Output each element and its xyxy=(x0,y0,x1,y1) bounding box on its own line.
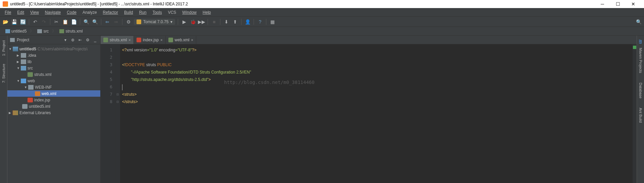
tree-file-web-xml[interactable]: web.xml xyxy=(7,90,100,97)
menu-refactor[interactable]: Refactor xyxy=(100,9,121,16)
xml-file-icon xyxy=(35,91,40,96)
breadcrumb-module[interactable]: untitled5 xyxy=(3,28,29,34)
window-titlebar: untitled5 - [C:\Users\abim\IdeaProjects\… xyxy=(0,0,644,8)
back-icon[interactable]: ⇐ xyxy=(104,18,111,25)
menu-view[interactable]: View xyxy=(28,9,42,16)
jsp-file-icon xyxy=(28,98,33,102)
copy-icon[interactable]: 📋 xyxy=(62,18,68,25)
fold-open-icon[interactable]: ⊟ xyxy=(115,91,120,98)
tree-folder-lib[interactable]: ▶ lib xyxy=(7,58,100,65)
sync-icon[interactable]: 🔄 xyxy=(19,18,26,25)
jsp-file-icon xyxy=(137,38,141,42)
profile-icon[interactable]: 👤 xyxy=(244,18,251,25)
right-tool-rail: m Maven Projects Database Ant Build xyxy=(637,36,644,183)
find-icon[interactable]: 🔍 xyxy=(83,18,90,25)
cut-icon[interactable]: ✂ xyxy=(53,18,60,25)
project-tree[interactable]: ▼ untitled5 C:\Users\abim\IdeaProjects\ … xyxy=(7,44,100,183)
stop-icon[interactable]: ■ xyxy=(211,18,217,25)
project-tool-window: Project ▾ ⊕ ⇤ ⚙ ⎯ ▼ untitled5 C:\Users\a… xyxy=(7,36,101,183)
tree-folder-idea[interactable]: ▶ .idea xyxy=(7,52,100,58)
code-content[interactable]: <?xml version="1.0" encoding="UTF-8"?> <… xyxy=(120,44,633,183)
coverage-icon[interactable]: ▶▶ xyxy=(198,18,205,25)
line-number-gutter[interactable]: 1 2 3 4 5 6 7 8 xyxy=(101,44,115,183)
menu-file[interactable]: File xyxy=(2,9,14,16)
hide-icon[interactable]: ⎯ xyxy=(92,38,98,42)
redo-icon[interactable]: ↷ xyxy=(41,18,47,25)
tomcat-icon xyxy=(137,19,141,24)
tree-file-iml[interactable]: untitled5.iml xyxy=(7,103,100,109)
tree-external-libraries[interactable]: ▶ External Libraries xyxy=(7,109,100,116)
tree-file-struts-xml[interactable]: struts.xml xyxy=(7,71,100,78)
expand-arrow-icon[interactable]: ▶ xyxy=(17,54,21,57)
menu-tools[interactable]: Tools xyxy=(150,9,165,16)
expand-arrow-icon[interactable]: ▶ xyxy=(17,60,21,63)
menu-build[interactable]: Build xyxy=(121,9,136,16)
expand-arrow-icon[interactable]: ▼ xyxy=(17,66,21,70)
menu-analyze[interactable]: Analyze xyxy=(80,9,100,16)
open-icon[interactable]: 📂 xyxy=(2,18,9,25)
menu-run[interactable]: Run xyxy=(137,9,149,16)
close-tab-icon[interactable]: × xyxy=(191,38,193,42)
menu-edit[interactable]: Edit xyxy=(14,9,27,16)
fold-close-icon[interactable]: ⊟ xyxy=(115,98,120,105)
breadcrumb-folder[interactable]: src xyxy=(35,28,51,34)
debug-icon[interactable]: 🐞 xyxy=(190,18,196,25)
undo-icon[interactable]: ↶ xyxy=(32,18,39,25)
tree-folder-web[interactable]: ▼ web xyxy=(7,78,100,84)
menu-code[interactable]: Code xyxy=(64,9,79,16)
rail-ant[interactable]: Ant Build xyxy=(638,106,643,124)
expand-arrow-icon[interactable]: ▶ xyxy=(9,111,13,115)
gear-icon[interactable]: ⚙ xyxy=(85,38,90,42)
panel-dropdown-icon[interactable]: ▾ xyxy=(63,38,68,42)
close-tab-icon[interactable]: × xyxy=(160,38,162,42)
menu-help[interactable]: Help xyxy=(200,9,214,16)
vcs-commit-icon[interactable]: ⬆ xyxy=(232,18,238,25)
dropdown-caret-icon: ▾ xyxy=(170,19,172,24)
tab-index-jsp[interactable]: index.jsp × xyxy=(134,36,166,44)
make-icon[interactable]: ⚙ xyxy=(125,18,132,25)
minimize-button[interactable]: ─ xyxy=(598,1,607,7)
close-button[interactable]: ✕ xyxy=(629,1,638,7)
search-everywhere-icon[interactable]: 🔍 xyxy=(635,18,642,25)
rail-structure[interactable]: 7: Structure xyxy=(1,62,6,85)
rail-maven-label[interactable]: Maven Projects xyxy=(638,46,643,75)
expand-arrow-icon[interactable]: ▼ xyxy=(9,47,13,51)
window-title: untitled5 - [C:\Users\abim\IdeaProjects\… xyxy=(10,2,598,6)
tab-struts-xml[interactable]: struts.xml × xyxy=(101,36,134,44)
forward-icon[interactable]: ⇒ xyxy=(113,18,119,25)
struts-file-icon xyxy=(59,29,64,33)
left-tool-rail: 1: Project 7: Structure xyxy=(0,36,7,183)
expand-arrow-icon[interactable]: ▼ xyxy=(17,79,21,83)
expand-arrow-icon[interactable]: ▼ xyxy=(24,86,28,89)
close-tab-icon[interactable]: × xyxy=(128,38,130,42)
tree-file-index-jsp[interactable]: index.jsp xyxy=(7,97,100,103)
rail-database[interactable]: Database xyxy=(638,81,643,100)
breadcrumb-file[interactable]: struts.xml xyxy=(57,28,85,34)
editor-area: struts.xml × index.jsp × web.xml × 1 2 3… xyxy=(101,36,637,183)
maximize-button[interactable]: ☐ xyxy=(613,1,623,7)
main-toolbar: 📂 💾 🔄 ↶ ↷ ✂ 📋 📄 🔍 🔍 ⇐ ⇒ ⚙ Tomcat 7.0.75 … xyxy=(0,17,644,27)
fold-gutter[interactable]: ⊟ ⊟ xyxy=(115,44,120,183)
menu-vcs[interactable]: VCS xyxy=(165,9,179,16)
separator xyxy=(80,19,80,25)
tree-module[interactable]: ▼ untitled5 C:\Users\abim\IdeaProjects\ xyxy=(7,46,100,52)
structure-icon[interactable]: ▦ xyxy=(269,18,276,25)
vcs-update-icon[interactable]: ⬇ xyxy=(223,18,230,25)
code-editor[interactable]: 1 2 3 4 5 6 7 8 ⊟ ⊟ <?xml version="1.0" … xyxy=(101,44,637,183)
replace-icon[interactable]: 🔍 xyxy=(92,18,98,25)
menu-navigate[interactable]: Navigate xyxy=(42,9,63,16)
rail-maven[interactable]: m xyxy=(637,38,644,45)
save-all-icon[interactable]: 💾 xyxy=(11,18,17,25)
collapse-icon[interactable]: ⇤ xyxy=(77,38,83,42)
tab-web-xml[interactable]: web.xml × xyxy=(166,36,196,44)
menu-window[interactable]: Window xyxy=(179,9,199,16)
error-stripe[interactable] xyxy=(633,44,637,183)
rail-project[interactable]: 1: Project xyxy=(1,38,6,58)
run-config-selector[interactable]: Tomcat 7.0.75 ▾ xyxy=(134,19,175,25)
tree-folder-webinf[interactable]: ▼ WEB-INF xyxy=(7,84,100,90)
autoscroll-icon[interactable]: ⊕ xyxy=(70,38,75,42)
paste-icon[interactable]: 📄 xyxy=(70,18,77,25)
run-icon[interactable]: ▶ xyxy=(181,18,187,25)
help-icon[interactable]: ? xyxy=(257,18,263,25)
tree-folder-src[interactable]: ▼ src xyxy=(7,65,100,71)
